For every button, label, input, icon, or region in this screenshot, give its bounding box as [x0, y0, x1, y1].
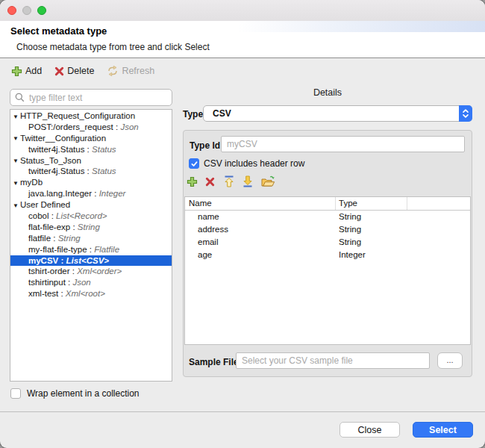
wrap-element-checkbox[interactable] — [10, 388, 21, 399]
tree-group-label: Status_To_Json — [20, 156, 81, 165]
plus-icon — [187, 176, 198, 187]
type-combo[interactable]: CSV — [203, 105, 472, 122]
filter-field[interactable] — [10, 89, 172, 106]
tree-item[interactable]: twitter4j.Status : Status — [10, 166, 172, 177]
tree-item[interactable]: twitter4j.Status : Status — [10, 144, 172, 155]
tree-item-name: flatfile — [28, 234, 51, 243]
delete-x-icon — [205, 177, 215, 187]
header-gradient-decoration — [239, 21, 485, 32]
tree-group[interactable]: ▼HTTP_Request_Configuration — [10, 111, 172, 122]
select-metadata-type-dialog: Select metadata type Choose metadata typ… — [0, 0, 485, 448]
tree-group[interactable]: ▼User Defined — [10, 199, 172, 211]
fields-table[interactable]: Name Type nameStringaddressStringemailSt… — [184, 196, 471, 345]
field-name-cell: age — [185, 249, 336, 261]
search-icon — [15, 93, 25, 102]
tree-item-name: xml-test — [28, 289, 58, 298]
dialog-subtitle: Choose metadata type from tree and click… — [16, 42, 210, 52]
wrap-element-row[interactable]: Wrap element in a collection — [10, 388, 140, 399]
zoom-window-icon[interactable] — [37, 6, 46, 15]
delete-button[interactable]: Delete — [54, 66, 94, 76]
tree-item-name: tshirtinput — [28, 278, 66, 287]
tree-item-separator: : — [113, 122, 121, 131]
field-name-cell: address — [185, 223, 336, 236]
tree-group-label: myDb — [20, 178, 43, 187]
tree-group-label: HTTP_Request_Configuration — [20, 111, 135, 120]
move-up-button[interactable] — [224, 175, 242, 188]
select-button[interactable]: Select — [413, 422, 473, 438]
tree-item-separator: : — [84, 167, 92, 175]
tree-group[interactable]: ▼Twitter__Configuration — [10, 133, 172, 144]
dialog-header: Select metadata type Choose metadata typ… — [0, 21, 485, 57]
metadata-tree[interactable]: ▼HTTP_Request_ConfigurationPOST:/orders_… — [10, 109, 172, 382]
collapse-triangle-icon[interactable]: ▼ — [13, 156, 20, 167]
field-type-cell: String — [336, 223, 407, 236]
tree-item[interactable]: flat-file-exp : String — [10, 222, 172, 233]
filter-input[interactable] — [28, 92, 167, 104]
minimize-window-icon[interactable] — [22, 6, 31, 15]
tree-item-name: twitter4j.Status — [28, 145, 84, 154]
table-row[interactable]: nameString — [185, 211, 470, 223]
tree-item-type: String — [78, 223, 100, 231]
footer-separator — [0, 411, 485, 412]
refresh-button[interactable]: Refresh — [107, 66, 154, 76]
tree-item[interactable]: myCSV : List<CSV> — [10, 255, 172, 267]
browse-button[interactable]: ... — [437, 352, 463, 369]
titlebar[interactable] — [0, 0, 485, 21]
csv-header-row[interactable]: CSV includes header row — [189, 158, 304, 169]
tree-item[interactable]: xml-test : Xml<root> — [10, 288, 172, 299]
close-window-icon[interactable] — [7, 6, 16, 15]
add-field-button[interactable] — [187, 175, 205, 188]
dialog-title: Select metadata type — [10, 25, 107, 37]
tree-group[interactable]: ▼Status_To_Json — [10, 155, 172, 167]
type-combo-value: CSV — [213, 108, 231, 119]
collapse-triangle-icon[interactable]: ▼ — [13, 134, 20, 145]
field-extra-cell — [407, 236, 470, 249]
csv-header-checkbox[interactable] — [189, 158, 199, 169]
tree-item[interactable]: tshirtinput : Json — [10, 277, 172, 288]
tree-item-name: POST:/orders_request — [28, 122, 113, 131]
close-button[interactable]: Close — [340, 422, 400, 438]
field-extra-cell — [407, 211, 470, 223]
field-name-cell: name — [185, 211, 336, 223]
tree-item-name: my-flat-file-type — [28, 245, 87, 254]
field-type-cell: String — [336, 236, 407, 249]
tree-item[interactable]: cobol : List<Record> — [10, 211, 172, 222]
field-toolbar — [187, 175, 280, 188]
tree-item-name: flat-file-exp — [28, 223, 70, 231]
collapse-triangle-icon[interactable]: ▼ — [13, 178, 20, 190]
column-header-name[interactable]: Name — [185, 197, 336, 210]
tree-item-type: String — [58, 234, 81, 243]
column-header-extra — [407, 197, 470, 210]
checkmark-icon — [190, 160, 198, 168]
tree-item[interactable]: POST:/orders_request : Json — [10, 122, 172, 133]
field-extra-cell — [407, 249, 470, 261]
move-down-button[interactable] — [242, 175, 261, 188]
details-section-title: Details — [183, 87, 472, 98]
collapse-triangle-icon[interactable]: ▼ — [13, 112, 20, 123]
tree-item-type: Flatfile — [94, 245, 119, 254]
tree-item-separator: : — [70, 223, 78, 231]
refresh-icon — [107, 66, 119, 76]
open-folder-icon — [261, 175, 275, 187]
add-button[interactable]: Add — [11, 66, 42, 77]
table-row[interactable]: ageInteger — [185, 249, 470, 261]
tree-group[interactable]: ▼myDb — [10, 177, 172, 188]
table-row[interactable]: addressString — [185, 223, 470, 236]
tree-item-type: List<CSV> — [66, 256, 110, 265]
import-fields-button[interactable] — [261, 175, 280, 188]
tree-item-separator: : — [84, 145, 92, 154]
delete-field-button[interactable] — [205, 175, 224, 188]
tree-item[interactable]: java.lang.Integer : Integer — [10, 188, 172, 199]
add-button-label: Add — [25, 66, 42, 76]
tree-item[interactable]: tshirt-order : Xml<order> — [10, 266, 172, 277]
tree-item[interactable]: my-flat-file-type : Flatfile — [10, 244, 172, 255]
sample-file-input[interactable] — [236, 352, 430, 369]
combo-stepper-icon[interactable] — [459, 105, 472, 122]
collapse-triangle-icon[interactable]: ▼ — [13, 201, 20, 212]
tree-item-type: Integer — [99, 189, 126, 198]
column-header-type[interactable]: Type — [336, 197, 407, 210]
type-id-input[interactable] — [221, 136, 465, 152]
traffic-lights — [7, 6, 46, 15]
tree-item[interactable]: flatfile : String — [10, 233, 172, 244]
table-row[interactable]: emailString — [185, 236, 470, 249]
